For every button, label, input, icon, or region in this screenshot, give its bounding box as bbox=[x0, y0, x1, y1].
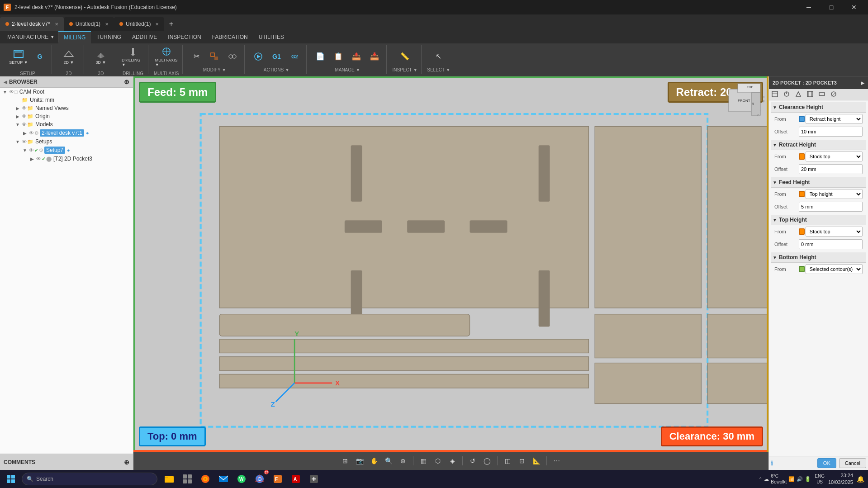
retract-offset-input[interactable] bbox=[799, 164, 863, 174]
simulate-button[interactable] bbox=[250, 47, 266, 66]
ribbon-tab-inspection[interactable]: INSPECTION bbox=[162, 31, 206, 43]
top-height-header[interactable]: ▼ Top Height bbox=[771, 215, 866, 225]
vp-pan-btn[interactable]: ✋ bbox=[368, 455, 380, 467]
tab-untitled2[interactable]: Untitled(1) ✕ bbox=[114, 17, 164, 31]
tree-named-views[interactable]: ▶ 👁 📁 Named Views bbox=[0, 104, 133, 112]
viewcube[interactable]: FRONT TOP R Z ↑ TO P bbox=[724, 80, 765, 121]
taskview-button[interactable] bbox=[179, 471, 195, 487]
ok-button[interactable]: OK bbox=[817, 458, 836, 468]
panel-tab3[interactable] bbox=[792, 89, 804, 100]
clearance-offset-input[interactable] bbox=[799, 127, 863, 137]
ribbon-tab-turning[interactable]: TURNING bbox=[91, 31, 127, 43]
toggle-pocket3[interactable]: ▶ bbox=[29, 156, 35, 162]
vp-zoom-btn[interactable]: ⊕ bbox=[397, 455, 409, 467]
clearance-from-select[interactable]: Retract height bbox=[806, 114, 863, 124]
toggle-models[interactable]: ▼ bbox=[14, 121, 21, 128]
app8-button[interactable]: A bbox=[288, 471, 304, 487]
panel-tab2[interactable] bbox=[781, 89, 792, 100]
panel-tab6[interactable] bbox=[828, 89, 840, 100]
model-canvas[interactable]: Y X Z bbox=[133, 76, 768, 452]
post-process-button[interactable]: G1 bbox=[268, 47, 285, 66]
feed-offset-input[interactable] bbox=[799, 202, 863, 212]
manage-btn4[interactable]: 📥 bbox=[366, 47, 383, 66]
bottom-from-select[interactable]: Selected contour(s) bbox=[806, 264, 863, 274]
clearance-height-header[interactable]: ▼ Clearance Height bbox=[771, 102, 866, 113]
ribbon-tab-milling[interactable]: MILLING bbox=[58, 31, 91, 43]
tab-desk[interactable]: 2-level desk v7* ✕ bbox=[0, 17, 64, 31]
minimize-button[interactable]: ─ bbox=[798, 0, 819, 14]
app7-button[interactable]: F bbox=[270, 471, 286, 487]
retract-height-header[interactable]: ▼ Retract Height bbox=[771, 140, 866, 150]
tab-close-1[interactable]: ✕ bbox=[55, 22, 58, 27]
vp-section-btn[interactable]: ◫ bbox=[501, 455, 514, 467]
ribbon-tab-fabrication[interactable]: FABRICATION bbox=[207, 31, 253, 43]
taskbar-search[interactable]: 🔍 Search bbox=[22, 473, 157, 485]
browser-collapse[interactable]: ⊕ bbox=[124, 78, 129, 85]
tab-close-3[interactable]: ✕ bbox=[155, 22, 159, 27]
tab-untitled1[interactable]: Untitled(1) ✕ bbox=[64, 17, 114, 31]
vp-grid-btn[interactable]: ⊞ bbox=[339, 455, 351, 467]
3d-button[interactable]: 3D ▼ bbox=[90, 44, 112, 69]
vp-rotate-btn[interactable]: ↺ bbox=[466, 455, 479, 467]
top-offset-input[interactable] bbox=[799, 239, 863, 249]
chevron-up-icon[interactable]: ⌃ bbox=[759, 477, 762, 482]
g2-button[interactable]: G2 bbox=[286, 47, 303, 66]
file-explorer-button[interactable] bbox=[161, 471, 177, 487]
modify-btn3[interactable] bbox=[224, 47, 241, 66]
comments-expand[interactable]: ⊕ bbox=[124, 459, 129, 466]
inspect-btn[interactable]: 📏 bbox=[397, 47, 413, 66]
vp-orbit-btn[interactable]: ◯ bbox=[481, 455, 493, 467]
toggle-setups[interactable]: ▼ bbox=[14, 138, 21, 145]
vp-mesh-btn[interactable]: ⬡ bbox=[432, 455, 444, 467]
modify-btn2[interactable] bbox=[206, 47, 223, 66]
whatsapp-button[interactable]: W bbox=[233, 471, 250, 487]
vp-display-btn[interactable]: ▦ bbox=[417, 455, 430, 467]
app9-button[interactable] bbox=[306, 471, 322, 487]
tab-close-2[interactable]: ✕ bbox=[105, 22, 109, 27]
ribbon-tab-additive[interactable]: ADDITIVE bbox=[127, 31, 162, 43]
manufacture-button[interactable]: MANUFACTURE ▼ bbox=[4, 32, 58, 42]
panel-expand[interactable]: ▶ bbox=[861, 80, 864, 86]
tree-desk-model[interactable]: ▶ 👁 ⚙ 2-level desk v7:1 ● bbox=[0, 128, 133, 137]
info-icon[interactable]: ℹ bbox=[771, 460, 773, 467]
panel-tab4[interactable] bbox=[804, 89, 816, 100]
toggle-desk[interactable]: ▶ bbox=[22, 130, 28, 136]
retract-from-select[interactable]: Stock top bbox=[806, 152, 863, 161]
notification-icon[interactable]: 🔔 bbox=[857, 475, 864, 483]
manage-btn3[interactable]: 📤 bbox=[348, 47, 365, 66]
select-btn[interactable]: ↖ bbox=[431, 47, 447, 66]
ribbon-tab-utilities[interactable]: UTILITIES bbox=[253, 31, 289, 43]
vp-measure-btn[interactable]: 📐 bbox=[530, 455, 543, 467]
2d-button[interactable]: 2D ▼ bbox=[57, 44, 80, 69]
vp-more-btn[interactable]: ⋯ bbox=[550, 455, 563, 467]
g-code-button[interactable]: G bbox=[32, 47, 48, 66]
chrome-button[interactable]: 27 bbox=[251, 471, 268, 487]
toggle-named-views[interactable]: ▶ bbox=[14, 105, 21, 111]
drilling-button[interactable]: DRILLING ▼ bbox=[122, 44, 144, 69]
panel-tab5[interactable] bbox=[816, 89, 828, 100]
cancel-button[interactable]: Cancel bbox=[839, 458, 866, 468]
modify-btn1[interactable]: ✂ bbox=[188, 47, 204, 66]
firefox-button[interactable] bbox=[197, 471, 213, 487]
tree-setup7[interactable]: ▼ 👁 ✔ ⚙ Setup7 ● bbox=[0, 146, 133, 155]
vp-zoom-in-btn[interactable]: 🔍 bbox=[382, 455, 395, 467]
feed-from-select[interactable]: Top height bbox=[806, 189, 863, 199]
manage-btn2[interactable]: 📋 bbox=[330, 47, 346, 66]
panel-tab1[interactable] bbox=[769, 89, 781, 100]
tree-models[interactable]: ▼ 👁 📁 Models bbox=[0, 120, 133, 128]
tab-add-button[interactable]: + bbox=[164, 17, 178, 31]
toggle-setup7[interactable]: ▼ bbox=[22, 147, 28, 153]
bottom-height-header[interactable]: ▼ Bottom Height bbox=[771, 252, 866, 263]
vp-snap-btn[interactable]: ⊡ bbox=[516, 455, 528, 467]
manage-btn1[interactable]: 📄 bbox=[312, 47, 328, 66]
maximize-button[interactable]: □ bbox=[821, 0, 842, 14]
top-from-select[interactable]: Stock top bbox=[806, 227, 863, 237]
tree-units[interactable]: 📁 Units: mm bbox=[0, 96, 133, 104]
setup-button[interactable]: SETUP ▼ bbox=[7, 44, 30, 69]
tree-origin[interactable]: ▶ 👁 📁 Origin bbox=[0, 112, 133, 120]
toggle-origin[interactable]: ▶ bbox=[14, 113, 21, 119]
mail-button[interactable] bbox=[215, 471, 232, 487]
vp-camera-btn[interactable]: 📷 bbox=[353, 455, 366, 467]
vp-render-btn[interactable]: ◈ bbox=[446, 455, 459, 467]
multiaxis-button[interactable]: MULTI-AXIS ▼ bbox=[155, 44, 178, 69]
